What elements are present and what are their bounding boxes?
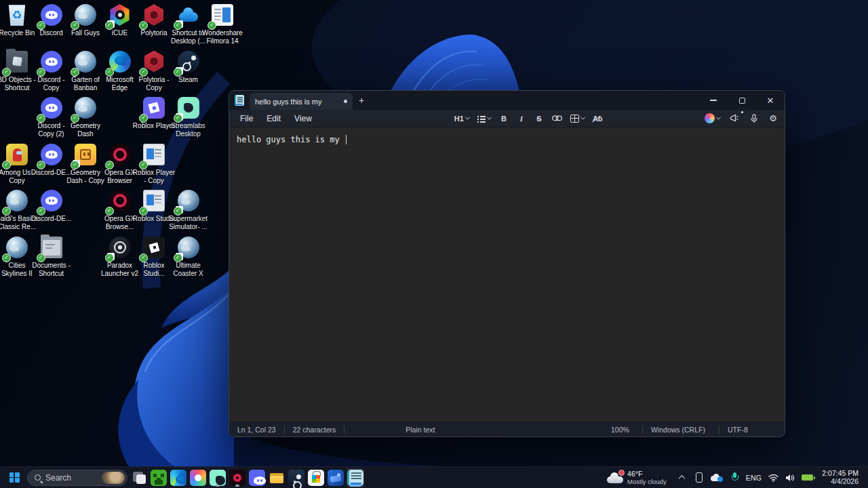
hidden-icons-button[interactable] [677,470,688,486]
menu-item[interactable]: Edit [260,111,288,126]
desktop-icon[interactable]: Wondershare Filmora 14 [201,3,244,45]
taskbar-app-button-task-view[interactable] [130,468,148,487]
text-editor[interactable]: hello guys this is my [229,127,785,422]
clear-formatting-icon: Ab [593,115,603,123]
sync-check-icon [174,68,182,77]
sync-check-icon [105,161,114,169]
sync-check-icon [139,253,148,262]
phone-link-tray-button[interactable] [694,470,705,486]
battery-icon [802,474,813,481]
link-button[interactable] [549,112,565,125]
taskbar-app-button-microsoft-store[interactable] [307,468,325,487]
desktop-icon[interactable]: Steam [167,50,210,84]
new-tab-button[interactable]: + [353,91,370,110]
running-indicator [235,485,239,487]
weather-temperature: 46°F [627,470,667,478]
desktop-icon-glyph [74,143,97,166]
desktop-icon-glyph [108,3,132,26]
strikethrough-button[interactable]: S [532,112,547,125]
desktop-icon[interactable]: Discord-DE... [30,189,73,223]
desktop-icon-glyph [142,96,165,119]
table-icon [570,115,579,123]
taskbar-app-button-blue-app[interactable] [327,468,344,487]
weather-widget[interactable]: 46°F Mostly cloudy [603,469,671,487]
language-switcher[interactable]: ENG [746,470,762,486]
microphone-icon [750,114,758,123]
search-box[interactable]: Search [27,470,127,486]
desktop-icon[interactable]: Supermarket Simulator- ... [167,189,210,231]
chevron-down-icon [580,115,585,120]
titlebar[interactable]: hello guys this is my + ✕ [229,91,785,110]
menubar: FileEditView H1 B I S [229,110,785,127]
taskbar-app-button-streamlabs[interactable] [209,468,226,487]
desktop-icon-label: Roblox Player - Copy [132,169,176,185]
zoom-level[interactable]: 100% [603,426,642,434]
desktop-icon-glyph [177,236,200,259]
taskbar-app-button-notepad[interactable] [347,468,364,487]
sync-check-icon [174,253,182,262]
desktop-icon[interactable]: Geometry Dash [64,96,107,138]
sync-check-icon [105,68,114,77]
taskbar-app-button-discord[interactable] [248,468,266,487]
document-type: Plain text [397,426,443,434]
maximize-button[interactable] [728,91,756,110]
close-icon: ✕ [767,96,774,105]
taskbar-app-button-opera-gx[interactable] [229,468,246,487]
sync-check-icon [71,68,79,77]
unsaved-dot-icon [344,100,347,103]
microphone-in-use-button[interactable] [729,470,740,486]
wifi-icon [768,474,778,482]
table-dropdown[interactable] [568,112,587,125]
taskbar-app-button-microsoft-edge[interactable] [170,468,187,487]
menu-item[interactable]: File [233,111,260,126]
list-dropdown[interactable] [475,112,494,125]
taskbar-app-button-file-explorer[interactable] [268,468,285,487]
heading-dropdown[interactable]: H1 [452,112,472,125]
desktop-icon-glyph [177,50,200,73]
chevron-up-icon [679,475,686,482]
desktop-icon-glyph [142,189,165,212]
sync-check-icon [139,207,148,216]
italic-button[interactable]: I [514,112,529,125]
desktop-icon[interactable]: Documents - Shortcut [30,236,73,278]
menu-item[interactable]: View [288,111,319,126]
sync-check-icon [105,207,114,216]
window-right-tools: ⚙ [702,112,781,125]
encoding: UTF-8 [719,426,785,434]
settings-button[interactable]: ⚙ [766,112,781,125]
sync-check-icon [105,253,114,262]
dictation-button[interactable] [747,112,762,125]
sync-check-icon [2,68,11,77]
sync-check-icon [37,21,45,30]
desktop-icon[interactable]: Streamlabs Desktop [167,96,210,138]
taskbar-app-button-copilot-m365[interactable] [189,468,207,487]
copilot-dropdown[interactable] [702,112,723,125]
wifi-button[interactable] [768,470,778,486]
minimize-icon [710,100,717,100]
document-tab[interactable]: hello guys this is my [250,93,353,110]
sync-check-icon [139,68,148,77]
onedrive-cloud-icon [711,474,723,482]
weather-cloud-icon [607,472,623,483]
feedback-button[interactable] [727,112,743,125]
battery-button[interactable] [802,470,813,486]
clear-formatting-button[interactable]: Ab [590,112,606,125]
clock[interactable]: 2:07:45 PM 4/4/2026 [819,469,861,486]
character-count: 22 characters [285,426,344,434]
desktop-icon[interactable]: Ultimate Coaster X [167,236,210,278]
desktop-icon-label: Steam [178,76,198,84]
onedrive-tray-button[interactable] [711,470,723,486]
weather-description: Mostly cloudy [627,478,667,485]
sync-check-icon [174,21,182,30]
language-label: ENG [746,474,762,482]
volume-button[interactable] [785,470,795,486]
desktop-icon-glyph [142,3,165,26]
taskbar-app-button-minecraft[interactable] [150,468,167,487]
taskbar-app-button-steam[interactable] [288,468,305,487]
minimize-button[interactable] [699,91,728,110]
desktop-icon[interactable]: Roblox Player - Copy [132,143,176,185]
search-daily-image [102,472,125,484]
start-button[interactable] [4,468,24,487]
bold-button[interactable]: B [496,112,511,125]
close-button[interactable]: ✕ [756,91,785,110]
